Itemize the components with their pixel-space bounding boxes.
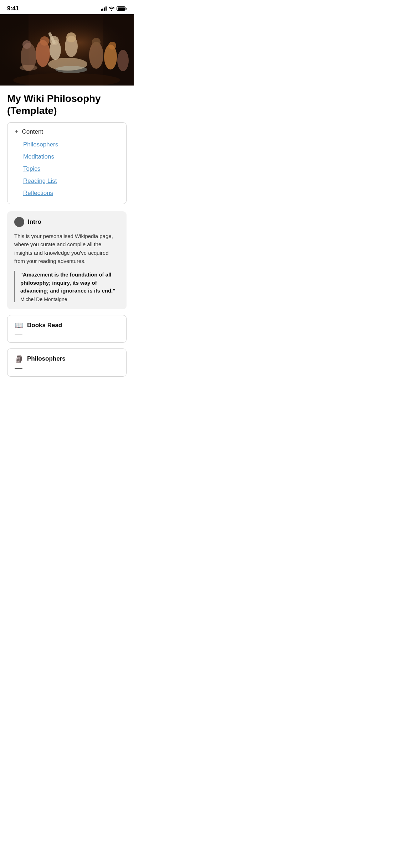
circle-icon [14,217,24,227]
content-box-title: Content [22,128,43,135]
intro-section-title: Intro [28,218,41,226]
philosophers-dash [15,368,22,369]
intro-section-header: Intro [14,217,119,227]
svg-point-7 [66,32,76,42]
svg-point-22 [55,66,87,73]
svg-point-13 [92,38,101,46]
content-box: + Content Philosophers Meditations Topic… [7,122,127,204]
books-read-dash [15,335,22,336]
wifi-icon [109,6,114,11]
blockquote-text: "Amazement is the foundation of all phil… [20,271,119,295]
status-time: 9:41 [7,5,19,12]
status-icons [101,6,127,11]
battery-icon [117,6,127,11]
svg-point-21 [20,65,37,71]
svg-point-9 [22,40,31,49]
blockquote-author: Michel De Montaigne [20,296,119,302]
link-reflections[interactable]: Reflections [23,190,119,197]
status-bar: 9:41 [0,0,134,14]
intro-section: Intro This is your personalised Wikipedi… [7,211,127,309]
svg-point-11 [40,36,49,46]
books-read-section: 📖 Books Read [7,315,127,343]
philosophers-icon: 🗿 [15,355,24,363]
svg-point-16 [117,50,129,71]
content-box-header: + Content [15,128,119,135]
link-meditations[interactable]: Meditations [23,153,119,160]
content-links: Philosophers Meditations Topics Reading … [15,141,119,197]
blockquote: "Amazement is the foundation of all phil… [14,271,119,302]
books-read-header: 📖 Books Read [15,321,119,330]
intro-body-text: This is your personalised Wikipedia page… [14,232,119,265]
philosophers-section-title: Philosophers [27,355,66,362]
svg-point-15 [108,42,116,50]
signal-icon [101,6,107,11]
books-icon: 📖 [15,321,24,330]
link-reading-list[interactable]: Reading List [23,177,119,185]
philosophers-section-header: 🗿 Philosophers [15,355,119,363]
page-title: My Wiki Philosophy (Template) [7,86,127,122]
link-philosophers[interactable]: Philosophers [23,141,119,148]
page-content: My Wiki Philosophy (Template) + Content … [0,86,134,377]
books-read-title: Books Read [27,322,62,329]
philosophers-section: 🗿 Philosophers [7,348,127,377]
hero-image [0,14,134,86]
hero-painting [0,14,134,86]
link-topics[interactable]: Topics [23,165,119,172]
plus-icon: + [15,129,19,135]
